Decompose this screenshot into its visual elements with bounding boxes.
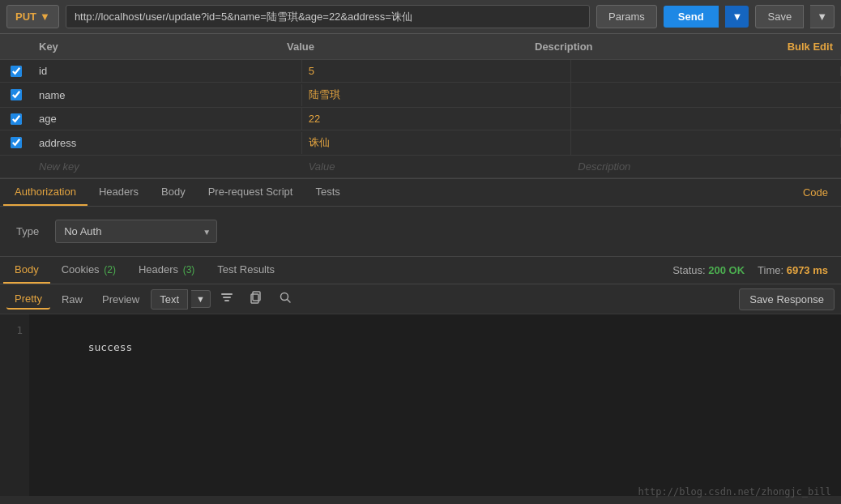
desc-cell bbox=[571, 138, 841, 147]
method-label: PUT bbox=[15, 11, 36, 23]
save-response-button[interactable]: Save Response bbox=[739, 288, 835, 310]
params-button[interactable]: Params bbox=[596, 5, 657, 28]
resp-tab-headers[interactable]: Headers (3) bbox=[127, 257, 206, 284]
auth-type-wrapper: No Auth Bearer Token Basic Auth API Key … bbox=[55, 220, 217, 243]
key-col-header: Key bbox=[32, 37, 280, 56]
tab-authorization[interactable]: Authorization bbox=[3, 179, 88, 206]
filter-icon bbox=[220, 291, 233, 304]
response-toolbar: Pretty Raw Preview Text ▼ bbox=[0, 284, 841, 314]
response-content: success bbox=[29, 314, 841, 496]
key-cell: address bbox=[32, 132, 302, 154]
tab-tests[interactable]: Tests bbox=[304, 179, 351, 206]
auth-type-label: Type bbox=[16, 225, 39, 237]
value-cell: 5 bbox=[302, 60, 572, 82]
auth-section: Type No Auth Bearer Token Basic Auth API… bbox=[0, 207, 841, 257]
value-col-header: Value bbox=[280, 37, 528, 56]
desc-col-header: Description bbox=[528, 37, 776, 56]
copy-button[interactable] bbox=[243, 288, 269, 310]
value-cell: 22 bbox=[302, 108, 572, 130]
response-tabs: Body Cookies (2) Headers (3) Test Result… bbox=[0, 257, 841, 284]
table-row: name 陆雪琪 bbox=[0, 83, 841, 108]
line-numbers: 1 bbox=[0, 314, 29, 496]
format-label: Text bbox=[160, 293, 179, 305]
method-button[interactable]: PUT ▼ bbox=[6, 5, 59, 28]
search-icon bbox=[279, 291, 292, 304]
value-cell: 陆雪琪 bbox=[302, 83, 572, 107]
copy-icon bbox=[250, 291, 263, 304]
row-checkbox-cell bbox=[0, 110, 32, 128]
raw-button[interactable]: Raw bbox=[53, 290, 91, 309]
request-tabs: Authorization Headers Body Pre-request S… bbox=[0, 179, 841, 207]
status-info: Status: 200 OK Time: 6973 ms bbox=[663, 264, 838, 276]
row-checkbox-cell bbox=[0, 134, 32, 152]
status-value: 200 OK bbox=[708, 264, 745, 276]
table-row: id 5 bbox=[0, 60, 841, 83]
time-value: 6973 ms bbox=[787, 264, 828, 276]
resp-tab-test-results[interactable]: Test Results bbox=[206, 257, 286, 284]
auth-type-select[interactable]: No Auth Bearer Token Basic Auth API Key … bbox=[55, 220, 217, 243]
row-checkbox-address[interactable] bbox=[11, 137, 22, 148]
save-arrow-button[interactable]: ▼ bbox=[810, 5, 835, 28]
response-text: success bbox=[88, 341, 133, 353]
tab-pre-request-script[interactable]: Pre-request Script bbox=[197, 179, 305, 206]
send-button[interactable]: Send bbox=[664, 6, 719, 28]
headers-badge: (3) bbox=[183, 264, 195, 275]
filter-icon-button[interactable] bbox=[214, 288, 240, 310]
method-chevron-icon: ▼ bbox=[40, 11, 50, 23]
row-checkbox-age[interactable] bbox=[11, 113, 22, 125]
table-row: age 22 bbox=[0, 108, 841, 130]
top-bar: PUT ▼ Params Send ▼ Save ▼ bbox=[0, 0, 841, 34]
save-button[interactable]: Save bbox=[755, 5, 804, 28]
bulk-edit-button[interactable]: Bulk Edit bbox=[776, 37, 841, 56]
time-label: Time: 6973 ms bbox=[758, 264, 828, 276]
format-arrow-button[interactable]: ▼ bbox=[191, 290, 211, 308]
row-checkbox-cell bbox=[0, 62, 32, 80]
format-button[interactable]: Text bbox=[151, 289, 188, 310]
new-key-placeholder[interactable]: New key bbox=[32, 156, 302, 177]
key-cell: age bbox=[32, 108, 302, 130]
status-label: Status: 200 OK bbox=[672, 264, 745, 276]
value-cell: 诛仙 bbox=[302, 130, 572, 155]
table-row: address 诛仙 bbox=[0, 130, 841, 156]
preview-button[interactable]: Preview bbox=[94, 290, 147, 309]
code-link[interactable]: Code bbox=[793, 180, 838, 205]
response-body-container: 1 success http://blog.csdn.net/zhongjc_b… bbox=[0, 314, 841, 496]
desc-cell bbox=[571, 114, 841, 124]
svg-line-6 bbox=[287, 300, 290, 303]
main-content: Key Value Description Bulk Edit id 5 nam… bbox=[0, 34, 841, 496]
send-arrow-button[interactable]: ▼ bbox=[725, 6, 749, 28]
resp-tab-body[interactable]: Body bbox=[3, 257, 50, 284]
checkbox-col-header bbox=[0, 37, 32, 56]
svg-rect-1 bbox=[223, 297, 231, 298]
row-checkbox-id[interactable] bbox=[11, 66, 22, 77]
cookies-badge: (2) bbox=[104, 264, 116, 275]
watermark: http://blog.csdn.net/zhongjc_bill bbox=[638, 486, 831, 496]
svg-rect-2 bbox=[224, 300, 229, 301]
desc-cell bbox=[571, 90, 841, 100]
svg-rect-0 bbox=[221, 293, 233, 295]
desc-cell bbox=[571, 66, 841, 76]
tab-headers[interactable]: Headers bbox=[88, 179, 150, 206]
key-cell: name bbox=[32, 84, 302, 106]
table-header: Key Value Description Bulk Edit bbox=[0, 34, 841, 60]
tab-body[interactable]: Body bbox=[150, 179, 197, 206]
new-value-placeholder[interactable]: Value bbox=[302, 156, 572, 177]
pretty-button[interactable]: Pretty bbox=[6, 289, 50, 310]
params-table: Key Value Description Bulk Edit id 5 nam… bbox=[0, 34, 841, 179]
url-input[interactable] bbox=[66, 5, 590, 28]
new-desc-placeholder[interactable]: Description bbox=[571, 156, 841, 177]
response-section: Body Cookies (2) Headers (3) Test Result… bbox=[0, 257, 841, 496]
line-number-1: 1 bbox=[6, 322, 23, 340]
row-checkbox-name[interactable] bbox=[11, 89, 22, 100]
resp-tab-cookies[interactable]: Cookies (2) bbox=[50, 257, 127, 284]
row-checkbox-cell bbox=[0, 86, 32, 104]
search-button[interactable] bbox=[272, 288, 298, 310]
key-cell: id bbox=[32, 60, 302, 82]
new-key-row: New key Value Description bbox=[0, 156, 841, 178]
